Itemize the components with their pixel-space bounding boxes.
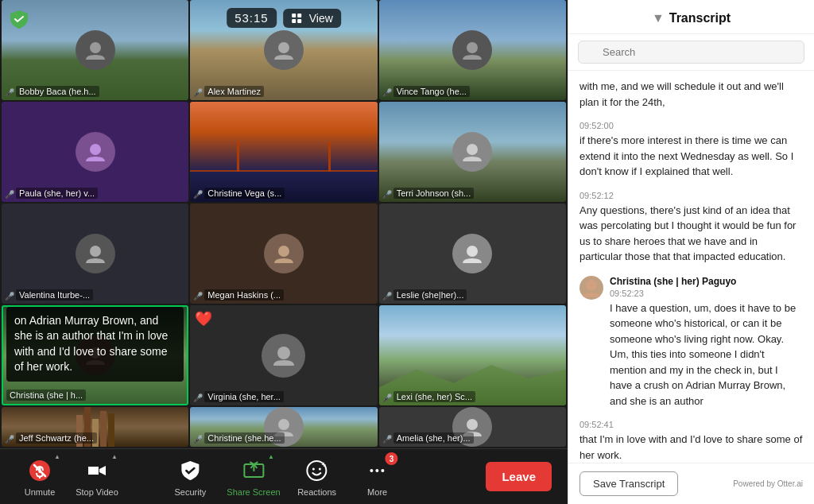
svg-rect-1 bbox=[297, 14, 301, 17]
svg-point-9 bbox=[90, 246, 101, 257]
mute-icon-3: 🎤 bbox=[382, 88, 392, 97]
more-label: More bbox=[367, 487, 387, 497]
svg-point-10 bbox=[278, 246, 289, 257]
otter-badge: Powered by Otter.ai bbox=[733, 479, 803, 488]
mute-icon-10: 🎤 bbox=[193, 394, 203, 402]
transcript-body: with me, and we will schedule it out and… bbox=[568, 71, 814, 463]
participant-cell-8: 🎤 Megan Haskins (... bbox=[190, 204, 377, 304]
unmute-chevron[interactable]: ▲ bbox=[54, 453, 60, 460]
svg-point-28 bbox=[586, 280, 597, 291]
transcript-entry-5: 09:52:41 that I'm in love with and I'd l… bbox=[579, 420, 803, 463]
participant-name-4: Paula (she, her) v... bbox=[16, 188, 98, 199]
svg-point-4 bbox=[90, 42, 101, 53]
transcript-title: Transcript bbox=[669, 11, 731, 25]
svg-point-15 bbox=[467, 419, 478, 430]
participant-cell-10: ❤️ 🎤 Virginia (she, her... bbox=[190, 305, 377, 405]
unmute-label: Unmute bbox=[25, 487, 56, 497]
svg-point-26 bbox=[376, 469, 379, 472]
participant-cell-11: 🎤 Lexi (she, her) Sc... bbox=[379, 305, 566, 405]
svg-rect-0 bbox=[292, 14, 296, 17]
participant-cell-5: 🎤 Christine Vega (s... bbox=[190, 102, 377, 202]
participant-cell-15: 🎤 Amelia (she, her)... bbox=[379, 407, 566, 447]
video-grid: 🎤 Bobby Baca (he.h... 🎤 Alex Martinez bbox=[0, 0, 568, 448]
view-button[interactable]: View bbox=[283, 9, 341, 28]
video-chevron[interactable]: ▲ bbox=[111, 453, 118, 460]
mute-icon-14: 🎤 bbox=[193, 435, 203, 444]
top-bar: 53:15 View bbox=[227, 8, 341, 28]
mute-icon-11: 🎤 bbox=[382, 394, 392, 402]
svg-text:+: + bbox=[322, 460, 327, 469]
transcript-panel: ▼ Transcript 🔍 with me, and we will sche… bbox=[568, 0, 814, 504]
transcript-header: ▼ Transcript bbox=[568, 0, 814, 34]
leave-button[interactable]: Leave bbox=[486, 462, 552, 491]
mute-icon-9: 🎤 bbox=[382, 292, 392, 300]
stop-video-button[interactable]: ▲ Stop Video bbox=[73, 456, 121, 497]
stop-video-label: Stop Video bbox=[76, 487, 118, 497]
svg-point-5 bbox=[278, 42, 289, 53]
participant-name-10: Virginia (she, her... bbox=[204, 391, 284, 402]
svg-point-14 bbox=[278, 419, 289, 430]
more-button[interactable]: 3 More bbox=[354, 456, 401, 497]
meeting-timer: 53:15 bbox=[227, 8, 277, 28]
shield-icon bbox=[8, 8, 30, 30]
svg-point-27 bbox=[382, 469, 385, 472]
svg-point-7 bbox=[90, 144, 101, 155]
reactions-button[interactable]: + Reactions bbox=[293, 456, 341, 497]
mute-icon-4: 🎤 bbox=[5, 190, 14, 199]
participant-name-13: Christina (she | h... bbox=[6, 390, 86, 401]
transcript-entry-1: with me, and we will schedule it out and… bbox=[579, 79, 803, 110]
participant-name-5: Christine Vega (s... bbox=[204, 188, 285, 199]
save-transcript-button[interactable]: Save Transcript bbox=[579, 471, 678, 496]
participant-cell-6: 🎤 Terri Johnson (sh... bbox=[379, 102, 566, 202]
transcript-search-area: 🔍 bbox=[568, 34, 814, 71]
main-layout: 53:15 View 🎤 bbox=[0, 0, 814, 504]
reactions-label: Reactions bbox=[297, 487, 336, 497]
svg-point-12 bbox=[277, 347, 290, 359]
participant-name-9: Leslie (she|her)... bbox=[393, 289, 467, 300]
participant-name-11: Lexi (she, her) Sc... bbox=[393, 391, 475, 402]
more-badge: 3 bbox=[386, 452, 398, 465]
mute-icon-15: 🎤 bbox=[382, 435, 392, 444]
mute-icon-12: 🎤 bbox=[5, 435, 14, 444]
video-area: 53:15 View 🎤 bbox=[0, 0, 568, 504]
svg-point-6 bbox=[467, 42, 478, 53]
participant-name-1: Bobby Baca (he.h... bbox=[16, 86, 99, 97]
security-button[interactable]: Security bbox=[166, 456, 214, 497]
participant-cell-3: 🎤 Vince Tango (he... bbox=[379, 0, 566, 100]
svg-rect-18 bbox=[39, 467, 41, 473]
mute-icon-6: 🎤 bbox=[382, 190, 392, 199]
participant-name-6: Terri Johnson (sh... bbox=[393, 188, 475, 199]
svg-rect-2 bbox=[292, 19, 296, 23]
svg-point-8 bbox=[467, 144, 478, 155]
participant-name-12: Jeff Schwartz (he... bbox=[16, 432, 97, 444]
svg-point-25 bbox=[370, 469, 374, 472]
participant-name-15: Amelia (she, her)... bbox=[393, 432, 474, 444]
mute-icon-2: 🎤 bbox=[193, 88, 203, 97]
svg-point-22 bbox=[312, 468, 315, 471]
transcript-speaker-block: Christina (she | her) Paguyo 09:52:23 I … bbox=[579, 276, 803, 409]
share-screen-button[interactable]: ▲ Share Screen bbox=[227, 456, 280, 497]
mute-icon-8: 🎤 bbox=[193, 292, 203, 300]
share-screen-chevron[interactable]: ▲ bbox=[268, 453, 274, 460]
participant-cell-4: 🎤 Paula (she, her) v... bbox=[2, 102, 188, 202]
participant-name-2: Alex Martinez bbox=[204, 86, 264, 97]
search-input[interactable] bbox=[578, 41, 804, 64]
toolbar: ▲ Unmute ▲ Stop Video bbox=[0, 448, 568, 504]
participant-cell-14: 🎤 Christine (she.he... bbox=[190, 407, 377, 447]
participant-cell-12: 🎤 Jeff Schwartz (he... bbox=[2, 407, 188, 447]
unmute-button[interactable]: ▲ Unmute bbox=[16, 456, 64, 497]
participant-name-7: Valentina Iturbe-... bbox=[16, 289, 93, 300]
speaker-name: Christina (she | her) Paguyo bbox=[610, 276, 803, 287]
participant-cell-13: on Adrian Murray Brown, and she is an au… bbox=[2, 305, 188, 405]
participant-name-3: Vince Tango (he... bbox=[393, 86, 470, 97]
transcript-footer: Save Transcript Powered by Otter.ai bbox=[568, 463, 814, 504]
svg-point-11 bbox=[467, 246, 478, 257]
heart-reaction: ❤️ bbox=[195, 310, 212, 328]
participant-name-8: Megan Haskins (... bbox=[204, 289, 284, 300]
subtitle-overlay: on Adrian Murray Brown, and she is an au… bbox=[6, 307, 184, 382]
svg-rect-3 bbox=[297, 19, 301, 23]
transcript-entry-2: 09:52:00 if there's more interest in the… bbox=[579, 121, 803, 180]
mute-icon-1: 🎤 bbox=[5, 88, 14, 97]
participant-cell-9: 🎤 Leslie (she|her)... bbox=[379, 204, 566, 304]
speaker-info: Christina (she | her) Paguyo 09:52:23 I … bbox=[610, 276, 803, 409]
